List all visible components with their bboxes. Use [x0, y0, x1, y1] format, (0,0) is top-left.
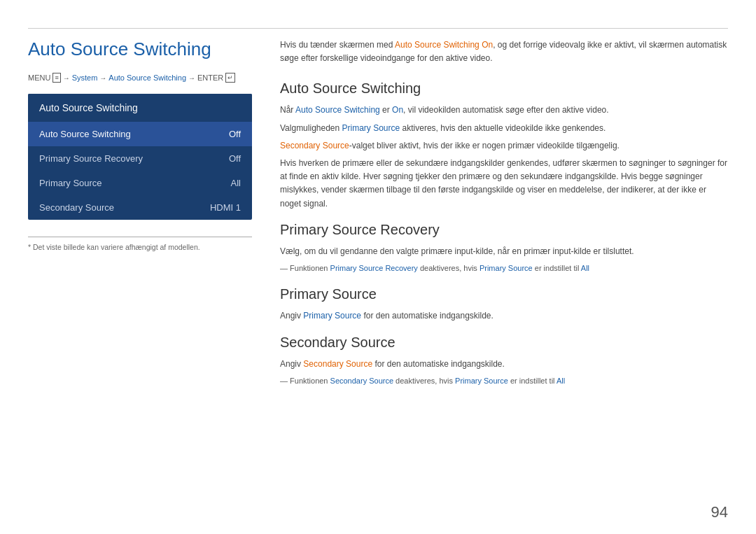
em-dash-secondary: ― [280, 377, 290, 385]
top-border [28, 28, 728, 29]
section-secondary-source: Secondary Source Angiv Secondary Source … [280, 335, 728, 387]
left-column: Auto Source Switching MENU ≡ → System → … [28, 38, 252, 506]
section-body-2: Valgmuligheden Primary Source aktiveres,… [280, 122, 728, 135]
highlight-auto-source: Auto Source Switching [295, 105, 380, 115]
intro-highlight: Auto Source Switching On [395, 40, 493, 50]
highlight-ps: Primary Source [479, 264, 533, 272]
menu-item-primary-source-recovery[interactable]: Primary Source Recovery Off [28, 146, 252, 171]
page-container: Auto Source Switching MENU ≡ → System → … [28, 38, 728, 506]
section-body-4: Hvis hverken de primære eller de sekundæ… [280, 157, 728, 211]
highlight-primary: Primary Source [303, 311, 361, 321]
highlight-secondary-source: Secondary Source [280, 141, 349, 150]
intro-text: Hvis du tænder skærmen med Auto Source S… [280, 38, 728, 65]
menu-item-label: Auto Source Switching [39, 129, 131, 139]
section-title-secondary-source: Secondary Source [280, 335, 728, 351]
breadcrumb-enter: ENTER [197, 73, 223, 82]
footnote-area: * Det viste billede kan variere afhængig… [28, 237, 252, 251]
section-auto-source-switching: Auto Source Switching Når Auto Source Sw… [280, 80, 728, 210]
breadcrumb-auto-source: Auto Source Switching [108, 73, 186, 82]
menu-item-value: HDMI 1 [210, 202, 241, 213]
em-dash-recovery: ― [280, 264, 290, 272]
section-note-recovery: ― Funktionen Primary Source Recovery dea… [280, 262, 728, 274]
highlight-all: All [581, 264, 589, 272]
highlight-on: On [392, 105, 403, 115]
enter-icon: ↵ [225, 73, 235, 83]
highlight-primary-source: Primary Source [342, 123, 400, 133]
menu-panel: Auto Source Switching Auto Source Switch… [28, 94, 252, 220]
menu-item-value: All [231, 178, 241, 188]
menu-item-value: Off [229, 129, 241, 139]
right-column: Hvis du tænder skærmen med Auto Source S… [280, 38, 728, 506]
menu-item-auto-source-switching[interactable]: Auto Source Switching Off [28, 122, 252, 146]
section-body-3: Secondary Source-valget bliver aktivt, h… [280, 139, 728, 153]
menu-item-label: Secondary Source [39, 202, 114, 213]
section-note-secondary: ― Funktionen Secondary Source deaktivere… [280, 375, 728, 387]
menu-item-label: Primary Source Recovery [39, 153, 143, 164]
highlight-ps2: Primary Source [455, 377, 508, 385]
highlight-all2: All [556, 377, 565, 385]
breadcrumb-arrow-3: → [188, 74, 195, 82]
page-number: 94 [711, 503, 728, 521]
section-body-secondary: Angiv Secondary Source for den automatis… [280, 358, 728, 371]
section-title-primary-recovery: Primary Source Recovery [280, 222, 728, 238]
menu-header: Auto Source Switching [28, 94, 252, 122]
breadcrumb-menu: MENU [28, 73, 50, 82]
menu-item-label: Primary Source [39, 178, 102, 188]
breadcrumb-arrow-2: → [99, 74, 106, 82]
section-title-primary-source: Primary Source [280, 286, 728, 302]
menu-icon: ≡ [52, 73, 60, 83]
footnote-text: * Det viste billede kan variere afhængig… [28, 243, 252, 251]
highlight-secondary: Secondary Source [303, 359, 372, 369]
page-title: Auto Source Switching [28, 38, 252, 60]
section-primary-source: Primary Source Angiv Primary Source for … [280, 286, 728, 323]
section-title-auto-source: Auto Source Switching [280, 80, 728, 97]
breadcrumb-system: System [72, 73, 98, 82]
section-body-primary: Angiv Primary Source for den automatiske… [280, 309, 728, 323]
section-body-1: Når Auto Source Switching er On, vil vid… [280, 104, 728, 117]
menu-item-secondary-source[interactable]: Secondary Source HDMI 1 [28, 195, 252, 220]
menu-item-value: Off [229, 153, 241, 164]
section-primary-source-recovery: Primary Source Recovery Vælg, om du vil … [280, 222, 728, 274]
breadcrumb: MENU ≡ → System → Auto Source Switching … [28, 73, 252, 83]
section-body-recovery: Vælg, om du vil gendanne den valgte prim… [280, 245, 728, 258]
menu-item-primary-source[interactable]: Primary Source All [28, 171, 252, 195]
highlight-psr: Primary Source Recovery [330, 264, 418, 272]
highlight-ss: Secondary Source [330, 377, 394, 385]
breadcrumb-arrow-1: → [63, 74, 70, 82]
